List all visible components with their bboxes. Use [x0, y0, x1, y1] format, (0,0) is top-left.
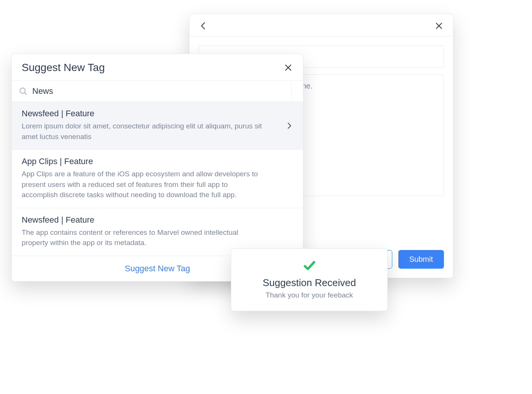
result-title: Newsfeed | Feature [22, 109, 293, 119]
toast-title: Suggestion Received [239, 277, 380, 289]
close-icon[interactable] [283, 63, 293, 73]
svg-point-4 [20, 88, 25, 93]
form-header [189, 14, 453, 36]
suggest-card: Suggest New Tag Newsfeed | Feature Lorem… [11, 54, 303, 282]
back-icon[interactable] [199, 21, 208, 31]
submit-button[interactable]: Submit [398, 250, 444, 269]
result-desc: The app contains content or references t… [22, 227, 265, 248]
result-desc: App Clips are a feature of the iOS app e… [22, 169, 265, 200]
result-title: App Clips | Feature [22, 157, 293, 166]
search-icon [19, 87, 28, 96]
list-item[interactable]: App Clips | Feature App Clips are a feat… [12, 150, 303, 208]
search-input[interactable] [32, 86, 296, 96]
suggest-header: Suggest New Tag [12, 54, 303, 81]
svg-line-5 [25, 93, 27, 95]
close-icon[interactable] [434, 21, 444, 31]
toast-card: Suggestion Received Thank you for your f… [231, 248, 388, 311]
suggest-new-tag-link[interactable]: Suggest New Tag [125, 264, 190, 273]
suggest-title: Suggest New Tag [22, 62, 105, 74]
search-row [12, 81, 303, 102]
toast-subtitle: Thank you for your feeback [239, 291, 380, 299]
chevron-right-icon [285, 122, 293, 130]
result-desc: Lorem ipsum dolor sit amet, consectetur … [22, 121, 265, 142]
check-icon [303, 259, 316, 272]
list-item[interactable]: Newsfeed | Feature Lorem ipsum dolor sit… [12, 102, 303, 150]
result-title: Newsfeed | Feature [22, 215, 293, 225]
